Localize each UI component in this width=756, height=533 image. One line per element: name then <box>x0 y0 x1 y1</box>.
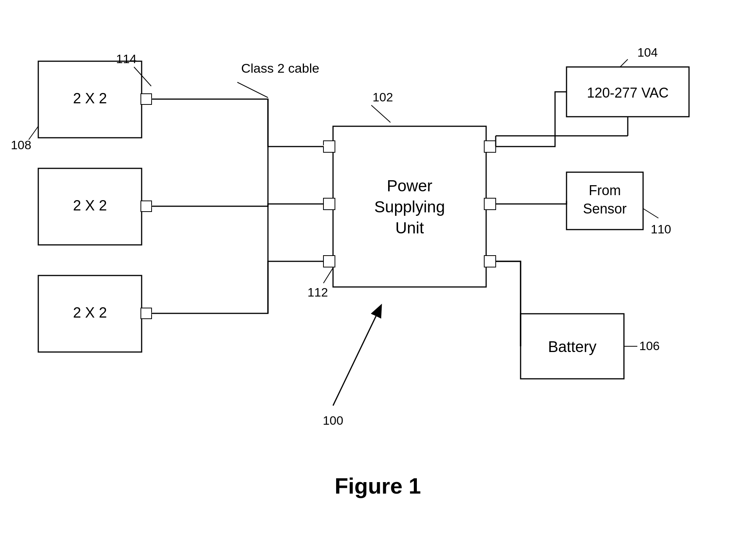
svg-line-28 <box>323 268 333 283</box>
svg-line-26 <box>29 126 38 140</box>
svg-rect-4 <box>484 198 496 210</box>
svg-rect-5 <box>484 256 496 267</box>
battery-label: Battery <box>548 338 597 355</box>
svg-rect-8 <box>141 308 152 319</box>
ref-102: 102 <box>372 90 393 104</box>
psu-label-line1: Power <box>387 177 432 195</box>
sensor-label-line1: From <box>589 183 621 198</box>
fixture3-label: 2 X 2 <box>73 305 107 321</box>
svg-rect-1 <box>323 198 335 210</box>
ref-100: 100 <box>323 414 343 427</box>
svg-line-33 <box>333 310 379 406</box>
ref-114: 114 <box>116 52 136 66</box>
figure-label: Figure 1 <box>335 473 421 498</box>
psu-label-line2: Supplying <box>374 198 445 216</box>
svg-rect-2 <box>323 256 335 267</box>
psu-label-line3: Unit <box>395 219 424 237</box>
svg-line-27 <box>371 105 390 122</box>
sensor-label-line2: Sensor <box>583 201 627 217</box>
svg-rect-6 <box>141 94 152 104</box>
ref-104: 104 <box>637 46 658 59</box>
svg-line-18 <box>260 99 323 147</box>
svg-rect-7 <box>141 201 152 212</box>
diagram-container: 2 X 2 2 X 2 2 X 2 Power Supplying Unit 1… <box>0 0 756 533</box>
svg-rect-3 <box>484 141 496 152</box>
fixture1-label: 2 X 2 <box>73 90 107 106</box>
vac-label: 120-277 VAC <box>587 85 668 101</box>
svg-line-20 <box>237 82 268 98</box>
ref-110: 110 <box>651 222 671 236</box>
ref-108: 108 <box>11 138 31 152</box>
fixture2-label: 2 X 2 <box>73 197 107 214</box>
svg-rect-0 <box>323 141 335 152</box>
class2cable-label: Class 2 cable <box>241 61 319 75</box>
svg-line-29 <box>620 59 628 67</box>
ref-112: 112 <box>307 285 328 299</box>
svg-line-30 <box>643 209 658 218</box>
ref-106: 106 <box>639 339 660 353</box>
